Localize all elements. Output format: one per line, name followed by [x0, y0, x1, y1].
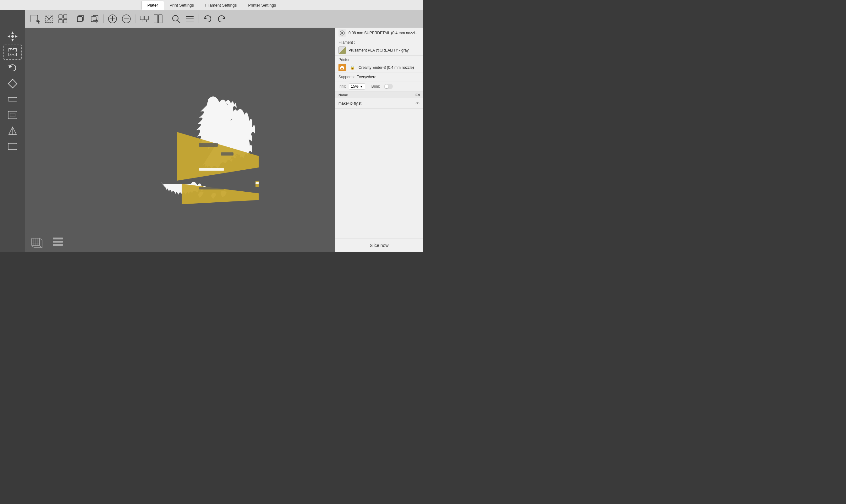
svg-rect-44 [8, 111, 17, 119]
increase-copies-button[interactable] [106, 13, 119, 25]
svg-rect-67 [341, 66, 343, 67]
3d-view-button[interactable] [26, 233, 47, 251]
layers-view-button[interactable] [183, 13, 196, 25]
arrange-button[interactable] [57, 13, 69, 25]
view-toggle [26, 233, 68, 251]
tab-filament-settings[interactable]: Filament Settings [200, 1, 242, 10]
printer-icon [339, 64, 346, 71]
right-panel: Simple Advanced Expert Print settings : … [335, 10, 423, 252]
print-settings-icon [339, 29, 346, 37]
svg-rect-52 [199, 168, 224, 170]
supports-label: Supports: [339, 75, 355, 79]
svg-marker-37 [7, 35, 10, 38]
printer-row[interactable]: 🔒 Creality Ender-3 (0.4 mm nozzle) [335, 62, 423, 73]
printer-lock-icon: 🔒 [348, 64, 356, 71]
support-points-tool[interactable] [3, 123, 22, 138]
svg-point-28 [173, 15, 178, 21]
paste-button[interactable] [88, 13, 101, 25]
supports-value: Everywhere [356, 75, 376, 79]
tab-printer-settings[interactable]: Printer Settings [242, 1, 282, 10]
place-on-face-tool[interactable] [3, 76, 22, 91]
infill-dropdown-arrow: ▼ [360, 85, 363, 88]
filament-value: Prusament PLA @CREALITY - gray [348, 48, 420, 53]
infill-value: 15% [351, 84, 359, 89]
print-settings-value: 0.08 mm SUPERDETAIL (0.4 mm nozzle) @CRE… [348, 31, 420, 35]
svg-rect-56 [221, 152, 234, 156]
left-sidebar [0, 10, 25, 252]
infill-select[interactable]: 15% ▼ [349, 83, 365, 90]
hollow-tool[interactable] [3, 107, 22, 123]
brim-label: Brim: [372, 84, 380, 89]
brim-toggle[interactable] [384, 84, 393, 89]
svg-rect-53 [255, 182, 259, 184]
svg-rect-7 [59, 19, 62, 23]
filament-color-swatch [339, 47, 346, 54]
add-object-button[interactable] [29, 13, 41, 25]
svg-marker-36 [11, 39, 14, 41]
svg-rect-26 [154, 15, 158, 23]
svg-rect-43 [8, 97, 17, 101]
printer-value: Creality Ender-3 (0.4 mm nozzle) [359, 65, 420, 70]
svg-marker-42 [8, 79, 17, 88]
name-column-header: Name [339, 93, 415, 97]
split-to-parts-button[interactable] [152, 13, 164, 25]
svg-rect-22 [140, 16, 144, 20]
scale-tool[interactable] [3, 44, 22, 60]
separator-4 [167, 15, 167, 23]
svg-point-39 [11, 35, 14, 38]
filament-row[interactable]: Prusament PLA @CREALITY - gray [335, 45, 423, 56]
cut-tool[interactable] [3, 92, 22, 107]
redo-button[interactable] [215, 13, 228, 25]
svg-rect-0 [31, 15, 38, 22]
rotate-tool[interactable] [3, 60, 22, 75]
slice-button[interactable]: Slice now [335, 238, 423, 252]
svg-rect-57 [199, 187, 224, 190]
svg-rect-13 [93, 15, 98, 20]
object-name: make+it+fly.stl [339, 101, 415, 106]
copy-button[interactable] [74, 13, 87, 25]
svg-point-65 [341, 32, 343, 34]
undo-button[interactable] [201, 13, 214, 25]
svg-marker-35 [11, 32, 14, 34]
toolbar [25, 10, 423, 28]
infill-brim-row: Infill: 15% ▼ Brim: [335, 82, 423, 92]
visibility-toggle[interactable]: 👁 [415, 101, 420, 106]
svg-rect-61 [53, 237, 63, 239]
print-settings-row[interactable]: 0.08 mm SUPERDETAIL (0.4 mm nozzle) @CRE… [335, 28, 423, 38]
svg-rect-62 [53, 241, 63, 242]
search-button[interactable] [170, 13, 182, 25]
canvas-area[interactable] [25, 28, 335, 252]
svg-rect-63 [53, 244, 63, 246]
tab-print-settings[interactable]: Print Settings [164, 1, 200, 10]
delete-object-button[interactable] [43, 13, 55, 25]
separator-3 [135, 15, 136, 23]
svg-rect-55 [199, 143, 218, 147]
filament-label: Filament : [335, 38, 423, 45]
supports-row: Supports: Everywhere [335, 73, 423, 82]
svg-marker-34 [222, 17, 225, 19]
svg-rect-68 [341, 68, 343, 69]
svg-marker-41 [8, 64, 13, 68]
object-row[interactable]: make+it+fly.stl 👁 [335, 98, 423, 109]
svg-marker-50 [182, 184, 259, 204]
svg-rect-10 [77, 17, 82, 22]
printer-label: Printer : [335, 56, 423, 62]
seam-tool[interactable] [3, 139, 22, 154]
edit-column-header: Ed [415, 93, 420, 97]
svg-marker-33 [204, 17, 207, 19]
move-tool[interactable] [3, 29, 22, 44]
svg-rect-8 [64, 19, 67, 23]
svg-rect-27 [158, 15, 162, 23]
decrease-copies-button[interactable] [120, 13, 132, 25]
svg-rect-45 [10, 113, 15, 117]
tab-plater[interactable]: Plater [141, 1, 164, 10]
layers-view-button-bottom[interactable] [48, 233, 68, 251]
separator-2 [103, 15, 104, 23]
svg-rect-23 [145, 16, 148, 20]
svg-marker-38 [15, 35, 18, 38]
split-to-objects-button[interactable] [138, 13, 150, 25]
svg-rect-6 [64, 15, 67, 18]
model-container [102, 74, 259, 206]
svg-rect-40 [10, 50, 15, 55]
object-list-header: Name Ed [335, 92, 423, 98]
